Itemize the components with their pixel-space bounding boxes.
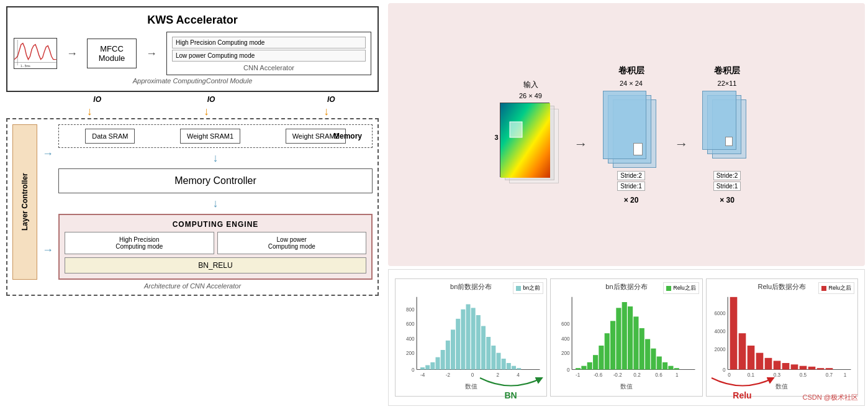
svg-rect-79 — [782, 363, 789, 369]
heatmap-svg — [500, 103, 550, 178]
svg-rect-15 — [435, 357, 440, 370]
conv1-kernel — [633, 143, 643, 155]
chart3-legend-label: Relu之后 — [828, 284, 851, 292]
conv-layer-1: 卷积层 24 × 24 Stride:2 Stride:1 × 20 — [600, 65, 662, 204]
memory-controller-box: Memory Controller — [58, 168, 373, 193]
svg-rect-31 — [517, 368, 521, 369]
chart2-svg: 0 200 400 600 — [554, 293, 698, 380]
bn-relu-arrows: BN Relu — [420, 375, 833, 400]
conv1-stride1-label: Stride:1 — [617, 182, 644, 191]
conv2-strides: Stride:2 Stride:1 — [701, 170, 754, 191]
conv1-to-conv2-arrow: → — [675, 136, 689, 152]
chart1-svg: 0 200 400 600 800 — [399, 293, 543, 380]
svg-rect-23 — [476, 315, 481, 369]
svg-text:0: 0 — [567, 367, 570, 373]
conv2-title: 卷积层 — [714, 65, 740, 76]
svg-rect-24 — [481, 326, 486, 370]
svg-rect-76 — [756, 353, 763, 370]
conv2-kernel — [725, 137, 733, 146]
arrow-down-2: ↓ — [204, 105, 209, 118]
conv2-sheet1 — [702, 91, 736, 150]
input-channels-label: 3 — [495, 134, 499, 141]
svg-rect-53 — [634, 316, 639, 369]
architecture-box: Layer Controller → → Data SRAM Weight SR… — [6, 118, 379, 296]
svg-rect-56 — [651, 349, 656, 370]
svg-text:600: 600 — [561, 322, 570, 328]
conv1-sheet1 — [603, 91, 646, 159]
left-panel: KWS Accelerator 1...5ms → MFCCModule → — [0, 0, 385, 409]
svg-rect-18 — [451, 329, 455, 369]
svg-text:1: 1 — [843, 372, 846, 378]
io-row: IO IO IO — [6, 95, 379, 104]
relu-arrow-svg — [705, 375, 780, 390]
cnn-label: CNN Accelerator — [172, 64, 366, 71]
svg-text:6000: 6000 — [714, 311, 726, 316]
low-power-mode-box: Low power Computing mode — [217, 232, 367, 254]
conv1-multiply: × 20 — [624, 196, 639, 204]
svg-rect-81 — [799, 366, 807, 370]
svg-rect-49 — [610, 321, 615, 369]
mfcc-arrow: → — [66, 47, 78, 60]
svg-rect-21 — [466, 305, 470, 370]
arrow-down-3: ↓ — [323, 105, 329, 118]
approx-label: Approximate ComputingControl Module — [14, 77, 371, 85]
svg-rect-84 — [825, 368, 833, 369]
svg-text:800: 800 — [406, 307, 415, 313]
svg-rect-25 — [486, 337, 491, 369]
layer-arrow-1: → — [42, 147, 53, 160]
kws-title: KWS Accelerator — [14, 14, 371, 27]
computing-engine-box: COMPUTING ENGINE High Precision Computin… — [58, 214, 373, 280]
conv2-dim: 22×11 — [718, 80, 737, 87]
io-label-2: IO — [207, 95, 215, 104]
svg-rect-58 — [662, 362, 667, 370]
svg-rect-12 — [420, 367, 425, 369]
svg-rect-43 — [576, 368, 581, 369]
cnn-diagram: 输入 26 × 49 — [388, 3, 865, 266]
svg-rect-52 — [628, 306, 633, 369]
svg-rect-20 — [461, 310, 465, 370]
layer-arrows: → → — [42, 124, 53, 280]
conv1-strides: Stride:2 Stride:1 — [600, 170, 662, 191]
svg-rect-77 — [764, 358, 772, 370]
relu-arrow: Relu — [705, 375, 780, 400]
arch-footnote: Architecture of CNN Accelerator — [12, 282, 373, 290]
data-sram-box: Data SRAM — [85, 129, 135, 144]
svg-text:200: 200 — [561, 351, 570, 356]
csdn-watermark: CSDN @极术社区 — [803, 393, 858, 402]
charts-area: bn前数据分布 bn之前 0 200 400 600 800 — [388, 269, 865, 406]
signal-svg: 1...5ms — [14, 39, 57, 68]
input-fm: 3 — [500, 103, 562, 190]
mem-ctrl-arrow: ↓ — [58, 152, 373, 165]
chart3-legend: Relu之后 — [818, 282, 854, 294]
svg-text:2000: 2000 — [714, 347, 726, 352]
conv1-dim: 24 × 24 — [620, 80, 643, 87]
mfcc-module-box: MFCCModule — [87, 39, 137, 68]
chart1-legend: bn之前 — [513, 282, 543, 294]
svg-rect-17 — [446, 341, 450, 370]
svg-rect-27 — [496, 353, 500, 370]
svg-text:600: 600 — [406, 322, 415, 328]
svg-rect-13 — [425, 365, 430, 369]
svg-rect-83 — [816, 368, 824, 369]
svg-rect-54 — [640, 328, 644, 369]
low-power-mode: Low power Computing mode — [172, 50, 366, 62]
mfcc-label: MFCCModule — [99, 44, 125, 63]
signal-waveform-box: 1...5ms — [14, 38, 57, 69]
chart1-legend-label: bn之前 — [523, 284, 540, 292]
svg-rect-59 — [669, 366, 674, 370]
svg-text:400: 400 — [406, 336, 415, 342]
conv1-title: 卷积层 — [618, 65, 644, 76]
svg-rect-22 — [471, 308, 476, 369]
chart1-legend-dot — [516, 286, 521, 291]
conv2-multiply: × 30 — [720, 196, 735, 204]
input-layer: 输入 26 × 49 — [500, 80, 562, 190]
svg-text:400: 400 — [561, 336, 570, 342]
chart2-legend-dot — [666, 286, 671, 291]
conv-layer-2: 卷积层 22×11 Stride:2 Stride:1 × 30 — [701, 65, 754, 204]
weight-sram1-box: Weight SRAM1 — [180, 129, 240, 144]
svg-rect-78 — [773, 361, 780, 369]
layer-arrow-2: → — [42, 244, 53, 257]
conv2-stride2-label: Stride:2 — [713, 171, 741, 180]
svg-rect-16 — [441, 350, 445, 369]
io-label-3: IO — [327, 95, 335, 104]
